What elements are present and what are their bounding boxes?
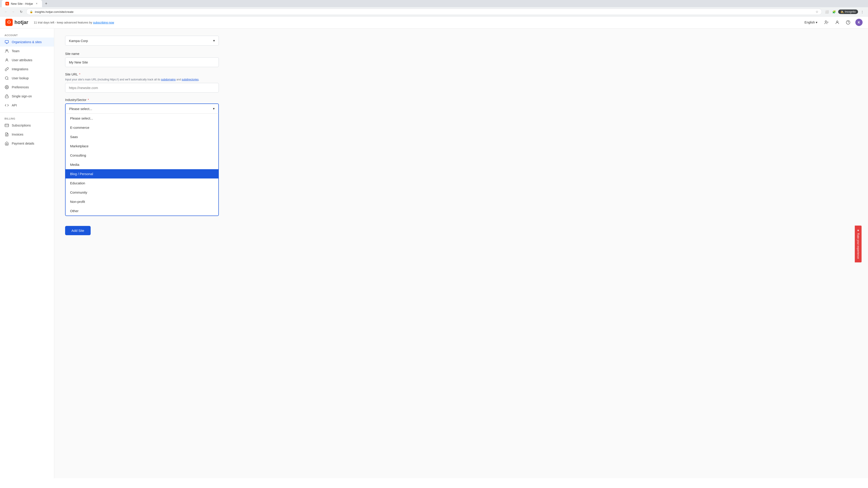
industry-option-ecommerce[interactable]: E-commerce [66, 123, 218, 132]
refresh-button[interactable]: ↻ [18, 8, 24, 15]
trial-banner: 11 trial days left - keep advanced featu… [34, 21, 114, 24]
industry-arrow-icon: ▾ [213, 107, 215, 111]
rate-experience-label: Rate your experience [857, 233, 860, 259]
header-right: English ▾ K [803, 19, 863, 26]
industry-option-blog-personal[interactable]: Blog / Personal [66, 169, 218, 178]
sidebar-divider [0, 112, 54, 113]
svg-point-10 [6, 59, 7, 60]
site-url-label: Site URL * [65, 72, 223, 76]
site-name-label: Site name [65, 52, 223, 56]
sidebar-item-user-lookup[interactable]: User lookup [0, 74, 54, 83]
app-container: Account Organizations & sites Team [0, 29, 868, 478]
integrations-icon [4, 67, 9, 71]
create-site-form: Kampa Corp ▾ Site name Site URL * Input … [65, 36, 223, 235]
browser-chrome: hj New Site - Hotjar × + ← → ↻ 🔒 insight… [0, 0, 868, 17]
tab-title: New Site - Hotjar [11, 2, 33, 5]
industry-option-consulting[interactable]: Consulting [66, 151, 218, 160]
active-tab[interactable]: hj New Site - Hotjar × [2, 0, 42, 7]
sidebar-item-label: Payment details [12, 142, 34, 145]
sidebar-item-subscriptions[interactable]: Subscriptions [0, 121, 54, 130]
nav-bar: ← → ↻ 🔒 insights.hotjar.com/site/create … [0, 7, 868, 16]
rate-experience-icon: ★ [857, 229, 860, 232]
site-url-input[interactable] [65, 83, 219, 93]
url-text: insights.hotjar.com/site/create [35, 10, 814, 13]
hotjar-logo: hotjar [5, 19, 28, 26]
svg-point-13 [6, 87, 7, 88]
help-button[interactable] [844, 19, 852, 26]
sidebar-item-label: Organizations & sites [12, 40, 41, 44]
screen-cast-button[interactable]: ⬜ [824, 8, 830, 15]
account-section-label: Account [0, 32, 54, 37]
profile-button[interactable] [834, 19, 841, 26]
incognito-icon: 🕵 [840, 10, 844, 13]
sso-icon [4, 94, 9, 98]
extensions-button[interactable]: 🧩 [831, 8, 837, 15]
svg-rect-7 [5, 40, 8, 43]
svg-rect-15 [5, 124, 9, 127]
rate-experience-tab[interactable]: ★ Rate your experience [855, 225, 862, 262]
logo-icon [5, 19, 13, 26]
team-icon [4, 49, 9, 53]
browser-menu-button[interactable]: ⋮ [859, 8, 865, 15]
svg-point-0 [8, 23, 9, 24]
main-content: Kampa Corp ▾ Site name Site URL * Input … [54, 29, 868, 478]
sidebar-item-invoices[interactable]: Invoices [0, 130, 54, 139]
tab-close-button[interactable]: × [35, 2, 38, 5]
organizations-icon [4, 40, 9, 44]
sidebar-item-team[interactable]: Team [0, 46, 54, 56]
sidebar-item-user-attributes[interactable]: User attributes [0, 56, 54, 65]
industry-dropdown-list: Please select... E-commerce Saas Marketp… [65, 113, 219, 216]
svg-rect-14 [5, 96, 8, 98]
industry-label: Industry/Sector * [65, 98, 223, 102]
address-bar[interactable]: 🔒 insights.hotjar.com/site/create ☆ [26, 8, 822, 15]
logo-text: hotjar [14, 20, 28, 25]
payment-icon [4, 141, 9, 146]
industry-option-education[interactable]: Education [66, 178, 218, 188]
sidebar: Account Organizations & sites Team [0, 29, 54, 478]
sidebar-item-single-sign-on[interactable]: Single sign-on [0, 92, 54, 101]
language-selector[interactable]: English ▾ [803, 20, 819, 25]
industry-placeholder: Please select... [69, 107, 92, 111]
site-name-input[interactable] [65, 57, 219, 67]
incognito-badge[interactable]: 🕵 Incognito [838, 9, 858, 14]
subscribe-link[interactable]: subscribing now [93, 21, 114, 24]
sidebar-item-preferences[interactable]: Preferences [0, 83, 54, 92]
industry-option-community[interactable]: Community [66, 188, 218, 197]
new-tab-button[interactable]: + [43, 0, 49, 7]
industry-option-marketplace[interactable]: Marketplace [66, 141, 218, 151]
invoices-icon [4, 132, 9, 137]
svg-point-11 [5, 76, 8, 79]
org-dropdown[interactable]: Kampa Corp ▾ [65, 36, 219, 46]
sidebar-item-label: Invoices [12, 133, 23, 136]
avatar[interactable]: K [855, 19, 863, 26]
industry-option-non-profit[interactable]: Non-profit [66, 197, 218, 206]
subdomains-link[interactable]: subdomains [161, 78, 176, 81]
site-url-helper: Input your site's main URL (including ht… [65, 78, 223, 81]
industry-option-media[interactable]: Media [66, 160, 218, 169]
add-site-button[interactable]: Add Site [65, 226, 91, 235]
industry-option-please-select[interactable]: Please select... [66, 113, 218, 123]
industry-option-other[interactable]: Other [66, 206, 218, 216]
forward-button[interactable]: → [10, 8, 16, 15]
add-user-button[interactable] [823, 19, 830, 26]
sidebar-item-integrations[interactable]: Integrations [0, 65, 54, 74]
user-attributes-icon [4, 58, 9, 62]
bookmark-icon[interactable]: ☆ [815, 10, 818, 13]
sidebar-item-label: API [12, 103, 17, 107]
sidebar-item-label: Single sign-on [12, 94, 32, 98]
api-icon [4, 103, 9, 107]
sidebar-item-label: Integrations [12, 67, 28, 71]
sidebar-item-organizations[interactable]: Organizations & sites [0, 37, 54, 46]
org-dropdown-value: Kampa Corp [69, 39, 88, 43]
industry-option-saas[interactable]: Saas [66, 132, 218, 141]
language-arrow-icon: ▾ [816, 21, 817, 24]
site-url-group: Site URL * Input your site's main URL (i… [65, 72, 223, 93]
subscriptions-icon [4, 123, 9, 128]
back-button[interactable]: ← [3, 8, 9, 15]
org-dropdown-arrow: ▾ [213, 39, 215, 43]
sidebar-item-api[interactable]: API [0, 101, 54, 110]
sidebar-item-label: User lookup [12, 76, 29, 80]
subdirectories-link[interactable]: subdirectories [182, 78, 199, 81]
industry-select[interactable]: Please select... ▾ [65, 103, 219, 113]
sidebar-item-payment-details[interactable]: Payment details [0, 139, 54, 148]
